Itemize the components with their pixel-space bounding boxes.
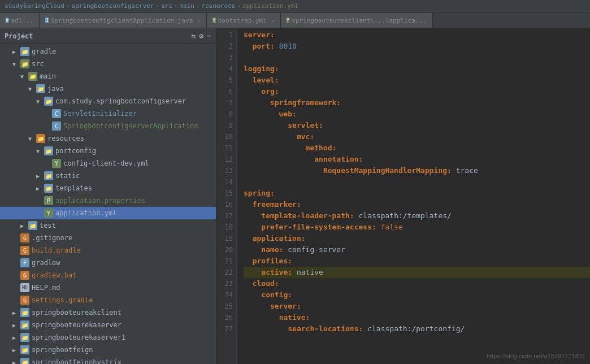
breadcrumb-sep-2: › xyxy=(155,2,159,10)
line-numbers: 12345 678910 1112131415 1617181920 21222… xyxy=(216,28,237,364)
tab-springbooteurekaapp[interactable]: Y springbooteurekclient\...\applica... xyxy=(281,13,433,28)
code-line-9: servlet: xyxy=(244,120,590,131)
breadcrumb-part-2[interactable]: springbootconfigserver xyxy=(72,2,154,10)
code-line-10: mvc: xyxy=(244,131,590,142)
tree-item-springbooteureakclient[interactable]: ▶ 📁 springbooteureakclient xyxy=(0,306,216,319)
tree-item-resources[interactable]: ▼ 📁 resources xyxy=(0,132,216,145)
indent-21 xyxy=(244,255,253,267)
arrow-src: ▼ xyxy=(12,61,20,67)
indent-17 xyxy=(244,210,261,222)
code-line-14 xyxy=(244,176,590,188)
key-method: method: xyxy=(306,142,337,154)
code-line-26: native: xyxy=(244,312,590,323)
code-line-18: prefer-file-system-access: false xyxy=(244,222,590,233)
indent-10 xyxy=(244,131,297,142)
tree-item-gradle[interactable]: ▶ 📁 gradle xyxy=(0,45,216,58)
code-line-19: application: xyxy=(244,233,590,244)
tab-label-adl: adl... xyxy=(11,17,33,24)
key-port: port: xyxy=(253,41,275,52)
val-template-loader: classpath:/templates/ xyxy=(359,210,452,222)
tree-item-springbooteurekaserver[interactable]: ▶ 📁 springbooteurekaserver xyxy=(0,319,216,331)
code-line-4: logging: xyxy=(244,63,590,75)
tree-item-static[interactable]: ▶ 📁 static xyxy=(0,170,216,182)
tree-item-application-properties[interactable]: P application.properties xyxy=(0,194,216,207)
key-servlet: servlet: xyxy=(288,120,323,131)
tree-item-springbooteurekaserver1[interactable]: ▶ 📁 springbooteurekaserver1 xyxy=(0,331,216,344)
arrow-gradle: ▶ xyxy=(12,49,20,55)
key-annotation: annotation: xyxy=(314,154,363,165)
tree-label-servletinitializer: ServletInitializer xyxy=(63,110,137,118)
tree-item-build-gradle[interactable]: G build.gradle xyxy=(0,244,216,257)
code-area: 12345 678910 1112131415 1617181920 21222… xyxy=(216,28,590,364)
code-line-12: annotation: xyxy=(244,154,590,165)
tree-item-package[interactable]: ▼ 📁 com.study.springbootconfigserver xyxy=(0,95,216,107)
tree-item-springbootconfigserverapplication[interactable]: C SpringbootconfigserverApplication xyxy=(0,120,216,132)
tab-close-springbootconfigclient[interactable]: ✕ xyxy=(197,18,201,24)
code-line-20: name: config-server xyxy=(244,244,590,255)
tree-item-gitignore[interactable]: G .gitignore xyxy=(0,232,216,244)
tree-label-src: src xyxy=(32,60,44,68)
gradle-icon-settings: G xyxy=(20,296,29,305)
breadcrumb-part-5[interactable]: resources xyxy=(202,2,236,10)
tree-item-gradlew-bat[interactable]: G gradlew.bat xyxy=(0,269,216,281)
tab-springbootconfigclient[interactable]: J SpringbootconfigclientApplication.java… xyxy=(40,13,207,28)
folder-icon-springbootfeign: 📁 xyxy=(20,345,29,354)
editor-panel: 12345 678910 1112131415 1617181920 21222… xyxy=(216,28,590,364)
tab-icon-eureka-yml: Y xyxy=(287,18,289,23)
tree-label-help-md: HELP.md xyxy=(32,284,60,292)
project-header-icons: ⇆ ⚙ − xyxy=(192,32,211,40)
yml-icon-app-yml: Y xyxy=(44,209,53,218)
tree-item-test[interactable]: ▶ 📁 test xyxy=(0,219,216,232)
breadcrumb-sep-4: › xyxy=(196,2,200,10)
breadcrumb-sep-5: › xyxy=(237,2,241,10)
key-prefer-file: prefer-file-system-access: xyxy=(261,222,376,233)
tree-item-application-yml[interactable]: Y application.yml xyxy=(0,207,216,219)
code-content[interactable]: server: port: 8010 logging: level: org: … xyxy=(237,28,590,364)
tree-item-springbootfeign[interactable]: ▶ 📁 springbootfeign xyxy=(0,344,216,356)
breadcrumb-part-1[interactable]: studySpringCloud xyxy=(5,2,64,10)
code-line-5: level: xyxy=(244,75,590,86)
tree-item-java[interactable]: ▼ 📁 java xyxy=(0,83,216,95)
tree-item-servletinitializer[interactable]: C ServletInitializer xyxy=(0,107,216,120)
code-line-16: freemarker: xyxy=(244,199,590,210)
code-line-7: springframework: xyxy=(244,97,590,109)
breadcrumb-part-3[interactable]: src xyxy=(161,2,172,10)
breadcrumb-part-4[interactable]: main xyxy=(179,2,194,10)
tree-item-gradlew[interactable]: F gradlew xyxy=(0,257,216,269)
project-settings-icon[interactable]: ⇆ xyxy=(192,32,196,40)
tree-item-templates[interactable]: ▶ 📁 templates xyxy=(0,182,216,194)
tree-label-app-yml: application.yml xyxy=(55,209,116,217)
tab-icon-java: J xyxy=(45,18,48,23)
tree-item-main[interactable]: ▼ 📁 main xyxy=(0,70,216,83)
folder-icon-package: 📁 xyxy=(44,97,53,106)
folder-icon-static: 📁 xyxy=(44,171,53,180)
tree-item-portconfig[interactable]: ▼ 📁 portconfig xyxy=(0,145,216,157)
key-template-loader: template-loader-path: xyxy=(261,210,354,222)
project-gear-icon[interactable]: ⚙ xyxy=(199,32,203,40)
tree-item-springbootfeignhystrix[interactable]: ▶ 📁 springbootfeignhystrix xyxy=(0,356,216,364)
key-cloud: cloud: xyxy=(253,278,279,289)
tab-icon-bootstrap-yml: Y xyxy=(212,18,215,23)
project-minimize-icon[interactable]: − xyxy=(207,32,211,40)
yml-icon-config-client-dev: Y xyxy=(52,159,61,168)
tree-item-settings-gradle[interactable]: G settings.gradle xyxy=(0,294,216,306)
key-server: server: xyxy=(244,29,275,41)
indent-16 xyxy=(244,199,253,210)
tree-label-main: main xyxy=(40,72,56,80)
tree-item-help-md[interactable]: MD HELP.md xyxy=(0,281,216,294)
code-line-23: cloud: xyxy=(244,278,590,289)
java-icon-springbootapp: C xyxy=(52,122,61,131)
tree-label-test: test xyxy=(40,222,56,229)
code-line-2: port: 8010 xyxy=(244,41,590,52)
indent-23 xyxy=(244,278,253,289)
indent-8 xyxy=(244,109,279,120)
prop-icon-app-prop: P xyxy=(44,196,53,205)
tab-bootstrap[interactable]: Y bootstrap.yml ✕ xyxy=(207,13,281,28)
tab-adl[interactable]: ≡ adl... xyxy=(0,13,40,28)
indent-20 xyxy=(244,244,261,255)
indent-6 xyxy=(244,86,261,97)
tree-item-src[interactable]: ▼ 📁 src xyxy=(0,58,216,70)
tree-item-config-client-dev[interactable]: Y config-client-dev.yml xyxy=(0,157,216,170)
key-search-locations: search-locations: xyxy=(288,323,363,335)
tab-close-bootstrap[interactable]: ✕ xyxy=(271,18,275,24)
